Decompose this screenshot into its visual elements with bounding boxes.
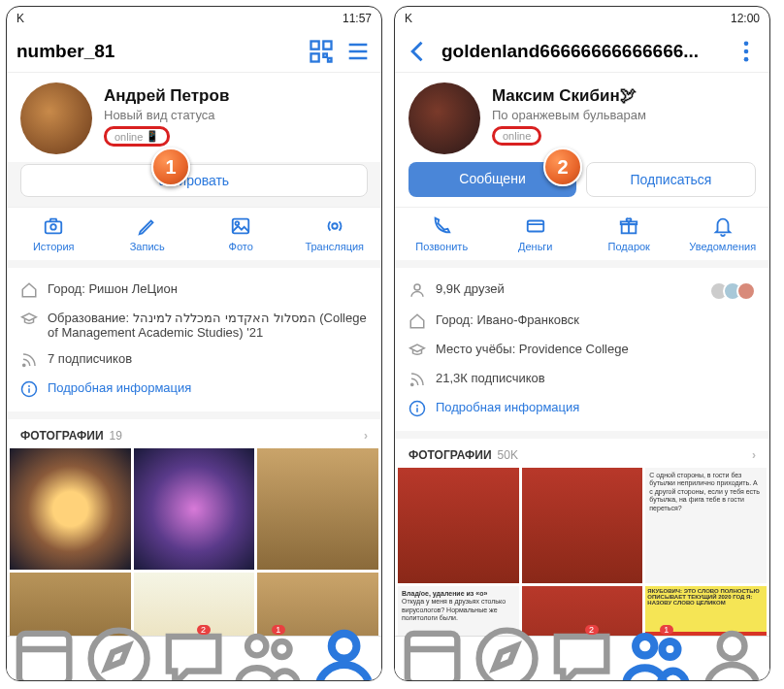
more-icon[interactable] [733, 38, 760, 65]
content-scroll[interactable]: Максим Скибин🕊 По оранжевым бульварам on… [395, 73, 769, 636]
action-label: Уведомления [689, 241, 756, 252]
svg-rect-14 [28, 388, 30, 393]
profile-header: Андрей Петров Новый вид статуса online 📱 [7, 73, 381, 162]
action-post[interactable]: Запись [101, 215, 195, 252]
button-row: Сообщени Подписаться [395, 162, 769, 207]
info-icon [408, 400, 426, 417]
info-study[interactable]: Место учёбы: Providence College [408, 336, 756, 365]
info-city[interactable]: Город: Ивано-Франковск [408, 307, 756, 336]
friend-avatars [715, 281, 756, 301]
info-friends[interactable]: 9,9К друзей [408, 276, 756, 307]
chevron-right-icon: › [364, 429, 368, 443]
subscribe-button[interactable]: Подписаться [586, 162, 756, 197]
photo-thumb[interactable] [398, 468, 519, 583]
action-row: Позвонить Деньги Подарок Уведомления [395, 207, 769, 260]
badge: 1 [272, 625, 285, 635]
photos-count: 19 [110, 429, 122, 443]
svg-point-7 [51, 224, 57, 230]
menu-icon[interactable] [344, 38, 372, 65]
svg-point-20 [274, 641, 289, 657]
page-title: number_81 [16, 41, 298, 62]
photos-grid [7, 448, 381, 636]
rss-icon [408, 371, 426, 388]
profile-header: Максим Скибин🕊 По оранжевым бульварам on… [395, 73, 769, 162]
avatar[interactable] [408, 82, 480, 154]
svg-rect-34 [416, 408, 418, 412]
nav-feed[interactable] [7, 621, 82, 681]
nav-profile[interactable] [307, 621, 381, 681]
svg-point-24 [744, 56, 749, 61]
action-photo[interactable]: Фото [194, 215, 288, 252]
svg-point-33 [416, 405, 418, 407]
nav-discover[interactable] [470, 621, 544, 681]
broadcast-icon [324, 215, 345, 237]
callout-1: 1 [151, 148, 190, 186]
profile-name: Максим Скибин🕊 [492, 86, 646, 106]
photo-thumb[interactable]: С одной стороны, в гости без бутылки неп… [645, 468, 767, 583]
qr-icon[interactable] [308, 38, 335, 65]
action-label: Подарок [608, 241, 650, 252]
svg-point-41 [720, 634, 745, 659]
action-label: Фото [229, 241, 253, 252]
svg-point-31 [411, 383, 413, 385]
photo-thumb[interactable] [257, 448, 378, 570]
action-label: История [33, 241, 75, 252]
status-app: K [405, 12, 412, 25]
svg-rect-8 [233, 219, 249, 234]
picture-icon [230, 215, 251, 237]
badge: 1 [660, 625, 673, 635]
svg-point-19 [247, 637, 266, 655]
status-bar: K 11:57 [7, 7, 381, 30]
photo-thumb[interactable] [522, 468, 643, 583]
nav-discover[interactable] [82, 621, 156, 681]
pencil-icon [137, 215, 158, 237]
photo-thumb[interactable] [10, 448, 131, 570]
rss-icon [20, 351, 38, 369]
info-edu[interactable]: Образование: המסלול האקדמי המכללה למינהל… [20, 305, 368, 345]
nav-friends[interactable]: 1 [620, 621, 695, 681]
action-label: Деньги [518, 241, 553, 252]
action-call[interactable]: Позвонить [395, 215, 489, 252]
nav-profile[interactable] [695, 621, 769, 681]
nav-feed[interactable] [395, 621, 470, 681]
status-time: 12:00 [731, 12, 760, 25]
page-title: goldenland66666666666666... [441, 41, 723, 62]
svg-marker-18 [107, 646, 129, 669]
svg-point-39 [636, 637, 654, 655]
avatar[interactable] [20, 82, 92, 154]
info-icon [20, 380, 38, 398]
online-badge: online [492, 126, 541, 146]
grad-icon [408, 342, 426, 359]
photos-header[interactable]: ФОТОГРАФИИ 50K › [395, 439, 769, 468]
phone-left: K 11:57 number_81 Андрей Петров Новый ви… [6, 6, 382, 681]
info-followers[interactable]: 21,3К подписчиков [408, 365, 756, 394]
info-more[interactable]: Подробная информация [408, 394, 756, 423]
action-money[interactable]: Деньги [489, 215, 583, 252]
info-more[interactable]: Подробная информация [20, 375, 368, 404]
nav-messages[interactable]: 2 [156, 621, 231, 681]
action-notify[interactable]: Уведомления [676, 215, 770, 252]
status-bar: K 12:00 [395, 7, 769, 30]
phone-icon [431, 215, 452, 237]
action-live[interactable]: Трансляция [288, 215, 382, 252]
photo-thumb[interactable] [134, 448, 255, 570]
photos-count: 50K [498, 448, 518, 462]
svg-point-40 [662, 641, 677, 657]
action-gift[interactable]: Подарок [582, 215, 676, 252]
info-followers[interactable]: 7 подписчиков [20, 345, 368, 375]
back-icon[interactable] [405, 38, 432, 65]
action-label: Запись [130, 241, 165, 252]
action-story[interactable]: История [7, 215, 101, 252]
svg-point-21 [332, 634, 357, 659]
nav-messages[interactable]: 2 [544, 621, 619, 681]
svg-point-10 [332, 223, 338, 229]
photos-grid: С одной стороны, в гости без бутылки неп… [395, 468, 769, 636]
action-row: История Запись Фото Трансляция [7, 207, 381, 260]
info-city[interactable]: Город: Ришон ЛеЦион [20, 276, 368, 305]
card-icon [525, 215, 546, 237]
nav-friends[interactable]: 1 [232, 621, 307, 681]
photos-header[interactable]: ФОТОГРАФИИ 19 › [7, 419, 381, 448]
badge: 2 [585, 625, 599, 635]
edit-button[interactable]: актировать [20, 164, 368, 197]
content-scroll[interactable]: Андрей Петров Новый вид статуса online 📱… [7, 73, 381, 636]
